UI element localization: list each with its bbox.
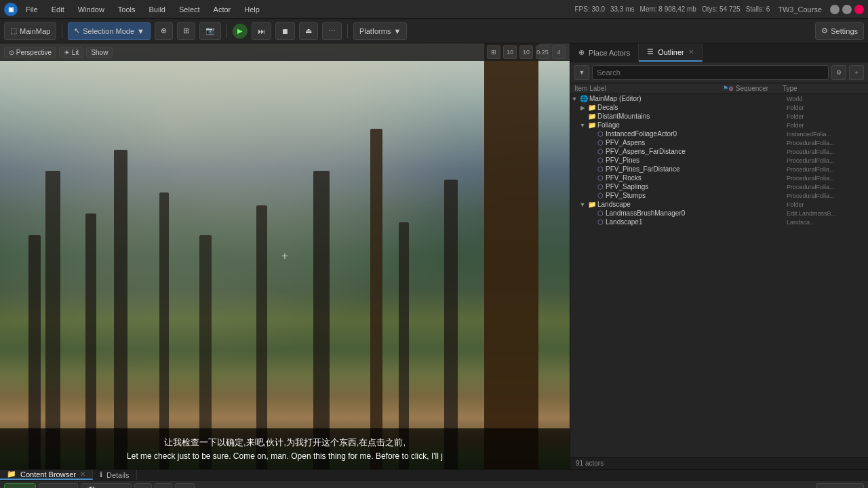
minimize-button[interactable] <box>830 5 840 14</box>
tree-silhouette <box>114 150 127 469</box>
transform-button[interactable]: ⊕ <box>155 22 173 40</box>
maximize-button[interactable] <box>842 5 852 14</box>
tree-node-label: Landscape <box>597 201 787 208</box>
tree-node-type: Folder <box>787 201 868 208</box>
outliner-panel: ▼ ⚙ + Item Label ⚑ ⚙ Sequencer Type ▼🌐Ma… <box>570 62 868 469</box>
viewport-toolbar: ⊙ Perspective ☀ Lit Show ⊞ 10 10 0.25 4 <box>0 43 570 61</box>
details-icon: ℹ <box>100 470 102 479</box>
outliner-settings-button[interactable]: ⚙ <box>831 65 846 80</box>
tree-node-type: InstancedFolia... <box>787 131 868 138</box>
cb-navigate-back-button[interactable]: ◀ <box>134 483 152 488</box>
more-options-button[interactable]: ⋯ <box>322 22 342 40</box>
tree-node-icon: ⬡ <box>595 165 606 173</box>
tree-item[interactable]: ⬡InstancedFoliageActor0InstancedFolia... <box>570 129 868 138</box>
lit-button[interactable]: ☀ Lit <box>59 47 83 58</box>
tree-node-type: Edit LandmassB... <box>787 210 868 217</box>
show-button[interactable]: Show <box>86 47 113 58</box>
tree-node-type: Folder <box>787 113 868 120</box>
cb-settings-button[interactable]: ⚙ Settings <box>816 483 864 488</box>
subtitle-english: Let me check just to be sure. Come on, m… <box>127 451 443 461</box>
play-button[interactable]: ▶ <box>233 24 248 39</box>
grid-button[interactable]: ⊞ <box>487 45 500 59</box>
perspective-button[interactable]: ⊙ Perspective <box>4 47 56 58</box>
outliner-tab[interactable]: ☰ Outliner ✕ <box>639 43 703 62</box>
tree-silhouette <box>45 171 60 469</box>
menu-select[interactable]: Select <box>174 4 205 15</box>
import-button[interactable]: ⤵ Import <box>39 483 78 488</box>
menu-tools[interactable]: Tools <box>113 4 141 15</box>
tree-item[interactable]: ⬡PFV_SaplingsProceduralFolia... <box>570 182 868 191</box>
add-button[interactable]: + Add <box>4 483 36 488</box>
tree-item[interactable]: ▼📁FoliageFolder <box>570 121 868 129</box>
tree-node-icon: ⬡ <box>595 192 606 199</box>
content-browser-path: All › Content › Sequences <box>197 486 813 489</box>
tree-node-icon: ⬡ <box>595 148 606 155</box>
cb-navigate-forward-button[interactable]: ▶ <box>155 483 172 488</box>
skip-forward-button[interactable]: ⏭ <box>252 22 271 40</box>
tree-silhouette <box>159 192 169 469</box>
tree-item[interactable]: ⬡PFV_RocksProceduralFolia... <box>570 174 868 182</box>
menu-file[interactable]: File <box>20 4 43 15</box>
tree-node-label: PFV_Pines_FarDistance <box>606 165 787 173</box>
platforms-button[interactable]: Platforms ▼ <box>353 22 407 40</box>
menu-build[interactable]: Build <box>144 4 171 15</box>
panel-tabs: ⊕ Place Actors ☰ Outliner ✕ <box>570 43 868 62</box>
filter-button[interactable]: ▼ <box>574 65 589 80</box>
details-tab[interactable]: ℹ Details <box>93 470 137 480</box>
menu-window[interactable]: Window <box>73 4 110 15</box>
stop-button[interactable]: ⏹ <box>275 22 295 40</box>
content-browser-tab[interactable]: 📁 Content Browser ✕ <box>0 470 93 480</box>
outliner-search-input[interactable] <box>592 65 829 80</box>
tree-node-icon: ⬡ <box>595 174 606 182</box>
tree-node-label: PFV_Rocks <box>606 174 787 182</box>
snap-button[interactable]: ⊞ <box>177 22 195 40</box>
settings-button[interactable]: ⚙ Settings <box>815 22 864 40</box>
move-icon: ⊕ <box>161 26 167 35</box>
camera-speed-vp-button[interactable]: 0.25 <box>536 45 549 59</box>
viewport[interactable]: + ⊙ Perspective ☀ Lit Show ⊞ 10 10 <box>0 43 570 469</box>
tree-expand-arrow[interactable]: ▼ <box>578 201 587 208</box>
tree-item[interactable]: ⬡Landscape1Landsca... <box>570 218 868 226</box>
tree-silhouette-large <box>370 129 382 469</box>
eject-button[interactable]: ⏏ <box>299 22 318 40</box>
tree-item[interactable]: ▼🌐MainMap (Editor)World <box>570 94 868 103</box>
tree-item[interactable]: ⬡PFV_Aspens_FarDistanceProceduralFolia..… <box>570 147 868 156</box>
toolbar-separator-3 <box>347 24 348 38</box>
cursor-icon: ↖ <box>74 26 80 35</box>
selection-mode-button[interactable]: ↖ Selection Mode ▼ <box>68 22 151 40</box>
tree-expand-arrow[interactable]: ▼ <box>578 122 587 129</box>
tree-node-type: ProceduralFolia... <box>787 175 868 182</box>
tree-item[interactable]: ⬡PFV_Pines_FarDistanceProceduralFolia... <box>570 165 868 174</box>
outliner-tab-close[interactable]: ✕ <box>688 48 694 56</box>
tree-item[interactable]: ⬡PFV_PinesProceduralFolia... <box>570 156 868 165</box>
main-toolbar: ⬚ MainMap ↖ Selection Mode ▼ ⊕ ⊞ 📷 ▶ ⏭ ⏹… <box>0 19 868 43</box>
tree-node-type: ProceduralFolia... <box>787 148 868 155</box>
close-button[interactable] <box>854 5 864 14</box>
viewport-options-button[interactable]: 4 <box>552 45 566 59</box>
camera-speed-button[interactable]: 📷 <box>199 22 221 40</box>
tree-node-label: DistantMountains <box>597 113 787 120</box>
menu-help[interactable]: Help <box>239 4 265 15</box>
tree-node-type: ProceduralFolia... <box>787 184 868 190</box>
tree-expand-arrow[interactable]: ▶ <box>578 104 587 111</box>
angle-snap-button[interactable]: 10 <box>519 45 533 59</box>
tree-item[interactable]: ⬡PFV_StumpsProceduralFolia... <box>570 191 868 200</box>
tree-node-icon: 🌐 <box>578 95 589 102</box>
col-item-label: Item Label <box>574 85 723 92</box>
tree-item[interactable]: 📁DistantMountainsFolder <box>570 112 868 121</box>
tree-expand-arrow[interactable]: ▼ <box>570 96 578 102</box>
tree-item[interactable]: ⬡PFV_AspensProceduralFolia... <box>570 138 868 147</box>
content-browser-tab-close[interactable]: ✕ <box>80 470 85 478</box>
place-actors-tab[interactable]: ⊕ Place Actors <box>570 43 639 62</box>
cb-navigate-up-button[interactable]: ▲ <box>175 483 195 488</box>
outliner-add-button[interactable]: + <box>849 65 864 80</box>
save-all-button[interactable]: 💾 Save All <box>81 483 132 488</box>
tree-item[interactable]: ⬡LandmassBrushManager0Edit LandmassB... <box>570 209 868 218</box>
tree-item[interactable]: ▶📁DecalsFolder <box>570 103 868 112</box>
tree-node-label: PFV_Saplings <box>606 183 787 190</box>
tree-node-label: Decals <box>597 104 787 111</box>
menu-actor[interactable]: Actor <box>208 4 237 15</box>
tree-item[interactable]: ▼📁LandscapeFolder <box>570 200 868 209</box>
snap-grid-button[interactable]: 10 <box>503 45 517 59</box>
menu-edit[interactable]: Edit <box>46 4 70 15</box>
